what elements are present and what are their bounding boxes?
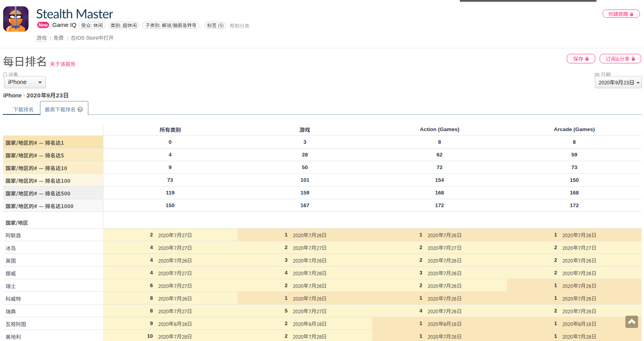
svg-text:?: ?: [79, 107, 81, 112]
